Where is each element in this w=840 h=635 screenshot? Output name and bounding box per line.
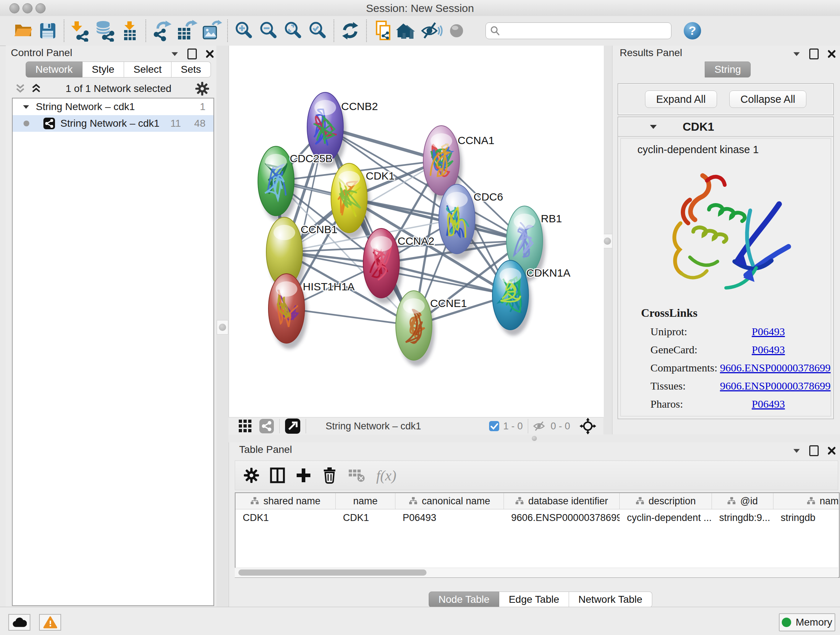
- expand-all-icon[interactable]: [31, 83, 42, 94]
- zoom-selected-button[interactable]: [305, 19, 330, 43]
- float-panel-button[interactable]: [187, 49, 197, 59]
- export-network-button[interactable]: [150, 19, 174, 43]
- left-splitter-handle[interactable]: [217, 320, 228, 334]
- table-horizontal-scrollbar[interactable]: [235, 568, 838, 578]
- selected-checkbox-icon[interactable]: [489, 421, 500, 432]
- import-table-button[interactable]: [117, 19, 142, 43]
- tab-network[interactable]: Network: [26, 62, 82, 78]
- title-bar: Session: New Session: [0, 0, 840, 16]
- right-splitter[interactable]: [603, 46, 612, 434]
- table-cell[interactable]: P06493: [395, 512, 504, 524]
- float-panel-button[interactable]: [809, 49, 819, 59]
- table-tab-node-table[interactable]: Node Table: [429, 592, 499, 608]
- graph-node-CDC6[interactable]: CDC6: [439, 184, 503, 260]
- collapse-panel-icon[interactable]: [172, 52, 178, 56]
- table-cell[interactable]: CDK1: [336, 512, 395, 524]
- network-collection-row[interactable]: String Network – cdk1 1: [13, 98, 213, 115]
- results-actions-box: Expand All Collapse All: [617, 83, 834, 115]
- show-columns-icon[interactable]: [270, 467, 285, 483]
- crosslink-link[interactable]: P06493: [752, 398, 785, 410]
- crosslink-link[interactable]: P06493: [752, 325, 785, 338]
- node-table[interactable]: shared namenamecanonical namedatabase id…: [235, 492, 840, 578]
- import-network-button[interactable]: [68, 19, 93, 43]
- tab-sets[interactable]: Sets: [172, 62, 211, 78]
- cloud-status-button[interactable]: [8, 614, 30, 631]
- collapse-panel-icon[interactable]: [793, 449, 800, 453]
- expand-all-button[interactable]: Expand All: [645, 90, 717, 108]
- collapse-panel-icon[interactable]: [793, 52, 800, 56]
- search-box[interactable]: [485, 22, 671, 39]
- close-panel-icon[interactable]: [827, 447, 836, 455]
- network-options-gear-icon[interactable]: [195, 82, 209, 96]
- detach-view-icon[interactable]: [285, 418, 301, 434]
- tree-expander-icon[interactable]: [23, 105, 29, 109]
- table-cell[interactable]: stringdb:9...: [712, 512, 774, 524]
- table-row[interactable]: CDK1CDK1P064939606.ENSP00000378699cyclin…: [235, 509, 839, 526]
- node-label-CDK1: CDK1: [366, 170, 395, 182]
- collapse-all-button[interactable]: Collapse All: [729, 90, 807, 108]
- show-all-button[interactable]: [444, 19, 469, 43]
- tab-select[interactable]: Select: [124, 62, 172, 78]
- search-input[interactable]: [500, 25, 668, 37]
- table-tab-edge-table[interactable]: Edge Table: [499, 592, 569, 608]
- network-canvas[interactable]: CCNB2CCNA1CDC25BCDK1CDC6RB1CCNB1CCNA2CDK…: [229, 46, 604, 417]
- crosslink-link[interactable]: 9606.ENSP00000378699: [720, 362, 831, 374]
- table-toolbar: f(x): [235, 461, 838, 490]
- first-neighbors-button[interactable]: [395, 19, 420, 43]
- network-share-icon[interactable]: [259, 418, 274, 434]
- zoom-fit-button[interactable]: [281, 19, 305, 43]
- column-label: canonical name: [422, 496, 490, 507]
- table-cell[interactable]: 9606.ENSP00000378699: [504, 512, 620, 524]
- collapse-all-icon[interactable]: [15, 83, 26, 94]
- graph-node-CDC25B[interactable]: CDC25B: [258, 146, 332, 222]
- scrollbar-thumb[interactable]: [238, 570, 426, 576]
- network-row[interactable]: String Network – cdk1 11 48: [13, 115, 213, 132]
- tab-style[interactable]: Style: [82, 62, 124, 78]
- column-header-description[interactable]: description: [620, 493, 712, 509]
- help-button[interactable]: ?: [680, 19, 705, 43]
- crosslink-link[interactable]: P06493: [752, 344, 785, 356]
- left-splitter[interactable]: [216, 46, 229, 607]
- crosslink-link[interactable]: 9606.ENSP00000378699: [720, 380, 831, 392]
- import-network-from-database-button[interactable]: [93, 19, 117, 43]
- graph-node-CDK1[interactable]: CDK1: [331, 163, 395, 239]
- gene-section-header[interactable]: CDK1: [618, 117, 833, 137]
- horizontal-splitter[interactable]: [229, 434, 840, 442]
- zoom-out-button[interactable]: [256, 19, 281, 43]
- column-header-shared-name[interactable]: shared name: [235, 493, 336, 509]
- export-image-button[interactable]: [199, 19, 224, 43]
- export-table-button[interactable]: [174, 19, 199, 43]
- delete-column-trash-icon[interactable]: [322, 467, 337, 484]
- results-tab-string[interactable]: String: [705, 62, 751, 78]
- birds-eye-grid-icon[interactable]: [238, 419, 253, 433]
- memory-status-button[interactable]: Memory: [779, 613, 835, 631]
- graph-node-CCNE1[interactable]: CCNE1: [396, 291, 467, 366]
- column-header-name[interactable]: name: [336, 493, 395, 509]
- close-panel-icon[interactable]: [827, 50, 836, 58]
- table-settings-gear-icon[interactable]: [244, 468, 259, 483]
- column-header-database-identifier[interactable]: database identifier: [504, 493, 620, 509]
- open-session-button[interactable]: [11, 19, 35, 43]
- table-tab-network-table[interactable]: Network Table: [569, 592, 652, 608]
- section-expander-icon[interactable]: [650, 125, 657, 128]
- clone-network-button[interactable]: [370, 19, 395, 43]
- zoom-fit-icon: [283, 20, 303, 41]
- column-header-@id[interactable]: @id: [712, 493, 774, 509]
- network-graph[interactable]: CCNB2CCNA1CDC25BCDK1CDC6RB1CCNB1CCNA2CDK…: [229, 46, 604, 417]
- hide-selected-button[interactable]: [420, 19, 444, 43]
- refresh-layout-button[interactable]: [338, 19, 363, 43]
- warnings-button[interactable]: [39, 614, 61, 631]
- graph-node-CDKN1A[interactable]: CDKN1A: [493, 260, 570, 336]
- table-cell[interactable]: stringdb: [774, 512, 840, 524]
- fit-crosshair-icon[interactable]: [579, 418, 596, 434]
- column-header-canonical-name[interactable]: canonical name: [395, 493, 504, 509]
- column-header-namespace[interactable]: namespace: [774, 493, 840, 509]
- add-column-icon[interactable]: [296, 468, 311, 483]
- table-cell[interactable]: CDK1: [235, 512, 336, 524]
- float-panel-button[interactable]: [809, 445, 819, 456]
- close-panel-icon[interactable]: [205, 50, 214, 58]
- zoom-in-button[interactable]: [232, 19, 256, 43]
- save-session-button[interactable]: [35, 19, 60, 43]
- table-cell[interactable]: cyclin-dependent ...: [620, 512, 712, 524]
- crosslink-label: Uniprot:: [651, 325, 752, 338]
